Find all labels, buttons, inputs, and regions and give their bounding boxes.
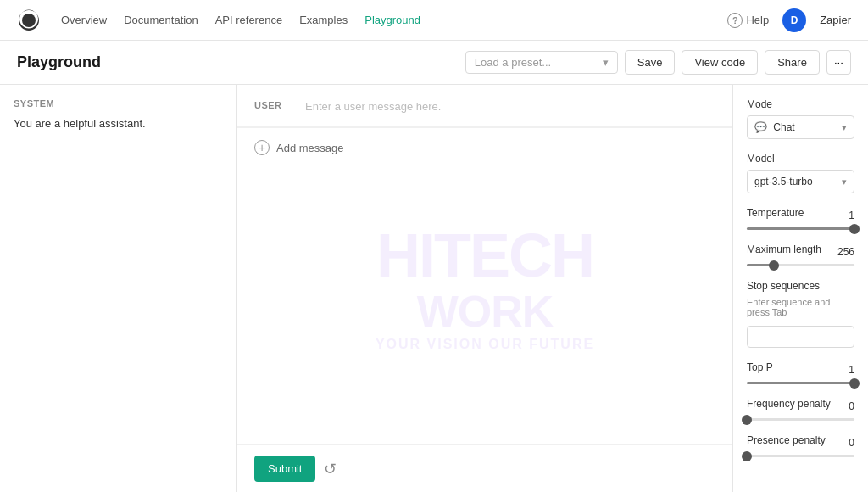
mode-section: Mode 💬 Chat ▾ — [747, 98, 854, 139]
freq-penalty-value: 0 — [849, 400, 854, 412]
system-label: SYSTEM — [14, 98, 223, 109]
max-length-label: Maximum length — [747, 243, 821, 255]
top-p-value: 1 — [849, 364, 854, 376]
preset-dropdown[interactable]: Load a preset... ▾ — [465, 51, 618, 74]
user-input[interactable]: Enter a user message here. — [305, 98, 441, 113]
openai-logo — [17, 8, 41, 32]
preset-placeholder: Load a preset... — [475, 56, 551, 69]
more-options-button[interactable]: ··· — [826, 50, 851, 75]
chat-panel: USER Enter a user message here. + Add me… — [237, 85, 732, 492]
username: Zapier — [820, 14, 851, 26]
stop-seq-sublabel: Enter sequence and press Tab — [747, 297, 854, 317]
top-p-section: Top P 1 — [747, 361, 854, 384]
temperature-value: 1 — [849, 210, 854, 221]
chat-area: USER Enter a user message here. + Add me… — [237, 85, 732, 444]
nav-examples[interactable]: Examples — [299, 14, 348, 26]
history-icon[interactable]: ↺ — [324, 460, 337, 478]
avatar: D — [782, 8, 806, 32]
max-length-value: 256 — [837, 246, 854, 258]
nav-overview[interactable]: Overview — [61, 14, 107, 26]
max-length-row: Maximum length 256 — [747, 243, 854, 260]
nav-right: ? Help D Zapier — [727, 8, 851, 32]
user-message-row: USER Enter a user message here. — [237, 85, 732, 127]
add-icon: + — [254, 140, 270, 155]
svg-point-0 — [22, 14, 36, 27]
top-p-row: Top P 1 — [747, 361, 854, 378]
system-text[interactable]: You are a helpful assistant. — [14, 115, 223, 132]
top-p-slider[interactable] — [747, 382, 854, 384]
help-icon: ? — [727, 13, 743, 28]
mode-label: Mode — [747, 98, 854, 110]
temperature-slider[interactable] — [747, 227, 854, 230]
max-length-slider[interactable] — [747, 264, 854, 266]
add-message-label: Add message — [276, 142, 344, 154]
mode-value: Chat — [773, 121, 794, 133]
model-section: Model gpt-3.5-turbo ▾ — [747, 153, 854, 193]
share-button[interactable]: Share — [765, 50, 820, 75]
stop-seq-section: Stop sequences Enter sequence and press … — [747, 280, 854, 348]
mode-select-content: 💬 Chat — [754, 121, 795, 133]
nav-links: Overview Documentation API reference Exa… — [61, 14, 420, 26]
chevron-down-icon: ▾ — [603, 56, 609, 69]
presence-penalty-label: Presence penalty — [747, 434, 826, 446]
temperature-section: Temperature 1 — [747, 207, 854, 230]
submit-button[interactable]: Submit — [254, 456, 315, 482]
main-content: SYSTEM You are a helpful assistant. USER… — [0, 85, 868, 492]
freq-penalty-slider[interactable] — [747, 418, 854, 421]
user-label: USER — [254, 98, 305, 110]
view-code-button[interactable]: View code — [682, 50, 758, 75]
temperature-row: Temperature 1 — [747, 207, 854, 224]
model-label: Model — [747, 153, 854, 165]
freq-penalty-label: Frequency penalty — [747, 398, 831, 410]
stop-seq-label: Stop sequences — [747, 280, 854, 292]
help-button[interactable]: ? Help — [727, 13, 769, 28]
mode-dropdown[interactable]: 💬 Chat ▾ — [747, 115, 854, 139]
presence-penalty-section: Presence penalty 0 — [747, 434, 854, 457]
page-title: Playground — [17, 53, 101, 71]
help-label: Help — [746, 14, 769, 26]
freq-penalty-row: Frequency penalty 0 — [747, 398, 854, 415]
sub-header: Playground Load a preset... ▾ Save View … — [0, 41, 868, 85]
top-nav: Overview Documentation API reference Exa… — [0, 0, 868, 41]
temperature-label: Temperature — [747, 207, 804, 219]
ellipsis-icon: ··· — [834, 56, 843, 69]
right-panel: Mode 💬 Chat ▾ Model gpt-3.5-turbo ▾ Temp… — [732, 85, 868, 492]
chat-footer: Submit ↺ — [237, 444, 732, 492]
stop-seq-input[interactable] — [747, 326, 854, 348]
presence-penalty-value: 0 — [849, 437, 854, 449]
nav-api-reference[interactable]: API reference — [215, 14, 283, 26]
system-panel: SYSTEM You are a helpful assistant. — [0, 85, 237, 492]
nav-documentation[interactable]: Documentation — [124, 14, 198, 26]
model-value: gpt-3.5-turbo — [754, 176, 813, 187]
presence-penalty-slider[interactable] — [747, 455, 854, 457]
max-length-section: Maximum length 256 — [747, 243, 854, 266]
model-dropdown[interactable]: gpt-3.5-turbo ▾ — [747, 170, 854, 193]
sub-header-right: Load a preset... ▾ Save View code Share … — [465, 50, 851, 75]
freq-penalty-section: Frequency penalty 0 — [747, 398, 854, 421]
add-message-button[interactable]: + Add message — [237, 128, 732, 167]
top-p-label: Top P — [747, 361, 773, 373]
presence-penalty-row: Presence penalty 0 — [747, 434, 854, 451]
chevron-down-icon: ▾ — [842, 122, 847, 133]
chevron-down-icon: ▾ — [842, 176, 847, 187]
nav-playground[interactable]: Playground — [364, 14, 420, 26]
chat-icon: 💬 — [754, 121, 767, 133]
save-button[interactable]: Save — [625, 50, 676, 75]
